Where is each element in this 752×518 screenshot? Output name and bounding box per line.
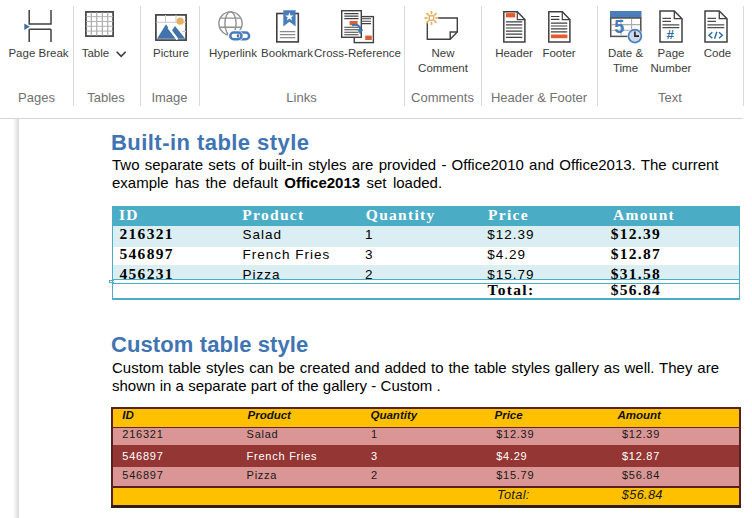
svg-text:5: 5: [614, 17, 624, 37]
svg-text:#: #: [667, 27, 675, 42]
